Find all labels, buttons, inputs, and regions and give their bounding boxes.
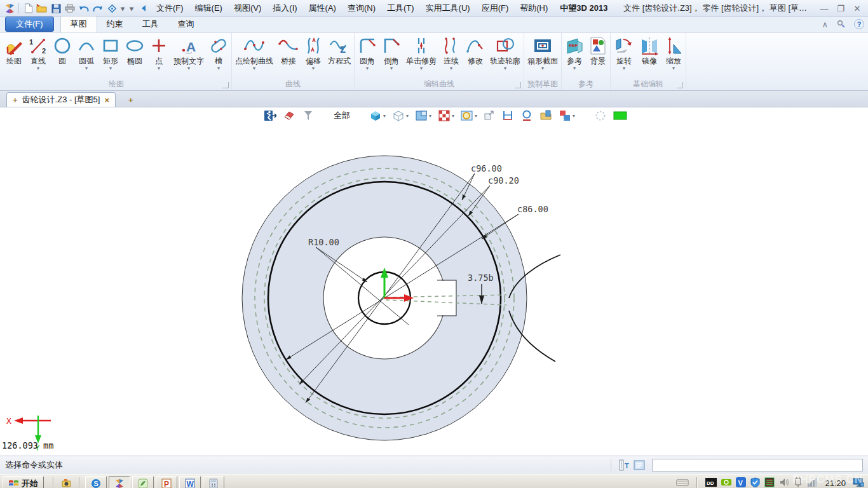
dropdown-arrow-icon[interactable]: ▾ bbox=[158, 65, 160, 71]
color-swatch-button[interactable] bbox=[612, 110, 628, 121]
view-orientation-button[interactable]: ▾ bbox=[414, 109, 433, 122]
swap-entities-button[interactable]: ▾ bbox=[557, 109, 576, 122]
tray-dolby-icon[interactable]: DD bbox=[705, 478, 717, 488]
dropdown-arrow-icon[interactable]: ▾ bbox=[217, 65, 220, 71]
tray-security-shield-icon[interactable] bbox=[750, 477, 760, 488]
taskbar-app-zw3d[interactable] bbox=[109, 476, 130, 488]
dim-root-diameter[interactable]: c86.00 bbox=[517, 204, 548, 214]
dropdown-arrow-icon[interactable]: ▾ bbox=[109, 65, 112, 71]
dropdown-arrow-icon[interactable]: ▾ bbox=[450, 65, 452, 71]
message-log-icon[interactable] bbox=[632, 459, 647, 471]
measure-perimeter-button[interactable] bbox=[519, 109, 534, 122]
new-document-tab-button[interactable]: + bbox=[122, 95, 140, 107]
doc-tab-close-icon[interactable]: × bbox=[104, 95, 109, 105]
line-button[interactable]: 12直线▾ bbox=[26, 34, 50, 71]
eraser-icon[interactable] bbox=[281, 109, 297, 122]
dim-bore-radius[interactable]: R10.00 bbox=[308, 237, 339, 247]
menu-insert[interactable]: 插入(I) bbox=[267, 1, 302, 15]
bridge-button[interactable]: 桥接 bbox=[276, 34, 301, 71]
inactive-selection-icon[interactable] bbox=[593, 109, 608, 122]
menu-edit[interactable]: 编辑(E) bbox=[189, 1, 228, 15]
tray-color-grid-icon[interactable] bbox=[764, 477, 775, 488]
pattern-grid-button[interactable]: ▾ bbox=[437, 109, 456, 122]
menu-tools[interactable]: 工具(T) bbox=[381, 1, 420, 15]
dialog-launcher-icon[interactable] bbox=[222, 82, 229, 88]
dropdown-arrow-icon[interactable]: ▾ bbox=[187, 65, 190, 71]
zoom-extents-button[interactable] bbox=[482, 110, 496, 121]
dropdown-arrow-icon[interactable]: ▾ bbox=[475, 113, 477, 119]
dropdown-arrow-icon[interactable]: ▾ bbox=[312, 65, 315, 71]
menu-file[interactable]: 文件(F) bbox=[151, 1, 189, 15]
filter-icon[interactable] bbox=[301, 109, 316, 122]
menu-applications[interactable]: 应用(F) bbox=[476, 1, 515, 15]
tray-network-icon[interactable] bbox=[807, 478, 818, 488]
taskbar-app-notes[interactable] bbox=[132, 476, 154, 488]
dropdown-arrow-icon[interactable]: ▾ bbox=[452, 113, 454, 119]
dropdown-arrow-icon[interactable]: ▾ bbox=[504, 65, 506, 71]
tray-volume-icon[interactable] bbox=[779, 477, 789, 488]
close-button[interactable]: ✕ bbox=[849, 3, 865, 14]
ready-text-button[interactable]: A预制文字▾ bbox=[171, 34, 207, 71]
rotate-button[interactable]: 旋转▾ bbox=[611, 34, 637, 71]
menu-attributes[interactable]: 属性(A) bbox=[303, 1, 342, 15]
file-menu-button[interactable]: 文件(F) bbox=[5, 17, 54, 32]
dropdown-arrow-icon[interactable]: ▾ bbox=[623, 65, 625, 71]
dim-outer-diameter[interactable]: c96.00 bbox=[471, 163, 502, 173]
fillet-button[interactable]: 圆角▾ bbox=[355, 34, 379, 71]
menu-utilities[interactable]: 实用工具(U) bbox=[420, 1, 476, 15]
tab-constraint[interactable]: 约束 bbox=[97, 17, 133, 32]
dropdown-arrow-icon[interactable]: ▾ bbox=[37, 65, 39, 71]
minimize-button[interactable]: — bbox=[816, 3, 832, 14]
arc-button[interactable]: 圆弧▾ bbox=[74, 34, 98, 71]
view-rotate-icon[interactable] bbox=[105, 2, 119, 15]
ellipse-button[interactable]: 椭圆 bbox=[123, 34, 147, 71]
offset-button[interactable]: 偏移▾ bbox=[301, 34, 325, 71]
shaded-display-button[interactable]: ▾ bbox=[368, 109, 387, 122]
point-curve-button[interactable]: 点绘制曲线▾ bbox=[233, 34, 276, 71]
show-desktop-icon[interactable] bbox=[853, 478, 864, 488]
point-button[interactable]: 点▾ bbox=[147, 34, 171, 71]
wireframe-display-button[interactable]: ▾ bbox=[391, 109, 410, 122]
dialog-launcher-icon[interactable] bbox=[677, 82, 683, 88]
sketch-canvas[interactable]: c96.00 c90.20 c86.00 R10.00 3.75b X Y 12… bbox=[0, 107, 868, 456]
rectangle-button[interactable]: 矩形▾ bbox=[98, 34, 123, 71]
command-input[interactable] bbox=[652, 459, 863, 471]
background-button[interactable]: 背景 bbox=[587, 34, 609, 71]
dropdown-arrow-icon[interactable]: ▾ bbox=[366, 65, 369, 71]
app-logo-icon[interactable] bbox=[3, 2, 17, 15]
scale-button[interactable]: 缩放▾ bbox=[662, 34, 685, 71]
keyboard-layout-icon[interactable] bbox=[676, 477, 689, 488]
doc-tab-plus-icon[interactable]: + bbox=[13, 95, 18, 105]
dropdown-arrow-icon[interactable]: ▾ bbox=[85, 65, 88, 71]
document-tab[interactable]: + 齿轮设计.Z3 - [草图5] × bbox=[6, 92, 116, 107]
taskbar-app-powerpoint[interactable]: P bbox=[156, 476, 177, 488]
tab-sketch[interactable]: 草图 bbox=[60, 16, 97, 32]
sketch-button[interactable]: 绘图 bbox=[2, 34, 26, 71]
dropdown-arrow-icon[interactable]: ▾ bbox=[573, 65, 576, 71]
tab-inquire[interactable]: 查询 bbox=[168, 17, 204, 32]
menu-help[interactable]: 帮助(H) bbox=[514, 1, 553, 15]
dim-keyway-width[interactable]: 3.75b bbox=[468, 273, 494, 283]
save-icon[interactable] bbox=[49, 2, 63, 15]
tray-nvidia-icon[interactable] bbox=[721, 477, 731, 488]
open-folder-button[interactable] bbox=[538, 109, 553, 122]
taskbar-app-calculator[interactable] bbox=[203, 476, 224, 488]
slot-button[interactable]: 槽▾ bbox=[207, 34, 231, 71]
taskbar-app-browser[interactable]: S bbox=[85, 476, 107, 488]
tray-driver-icon[interactable]: V bbox=[736, 477, 746, 488]
view-rotate-dropdown-icon[interactable]: ▾ bbox=[119, 3, 126, 14]
taskbar-app-word[interactable]: W bbox=[179, 476, 201, 488]
trace-profile-button[interactable]: 轨迹轮廓▾ bbox=[487, 34, 523, 71]
taskbar-clock[interactable]: 21:20 bbox=[822, 478, 848, 488]
start-button[interactable]: 开始 bbox=[3, 476, 44, 488]
zoom-window-button[interactable]: ▾ bbox=[459, 109, 478, 122]
dropdown-arrow-icon[interactable]: ▾ bbox=[383, 113, 386, 119]
dialog-launcher-icon[interactable] bbox=[515, 82, 521, 88]
dropdown-arrow-icon[interactable]: ▾ bbox=[429, 113, 431, 119]
dropdown-arrow-icon[interactable]: ▾ bbox=[253, 65, 255, 71]
tab-tools[interactable]: 工具 bbox=[133, 17, 168, 32]
chamfer-button[interactable]: 倒角▾ bbox=[379, 34, 403, 71]
open-file-icon[interactable] bbox=[35, 2, 49, 15]
restore-button[interactable]: ❐ bbox=[832, 3, 849, 14]
gear-sketch-drawing[interactable]: c96.00 c90.20 c86.00 R10.00 3.75b X Y 12… bbox=[0, 107, 868, 456]
